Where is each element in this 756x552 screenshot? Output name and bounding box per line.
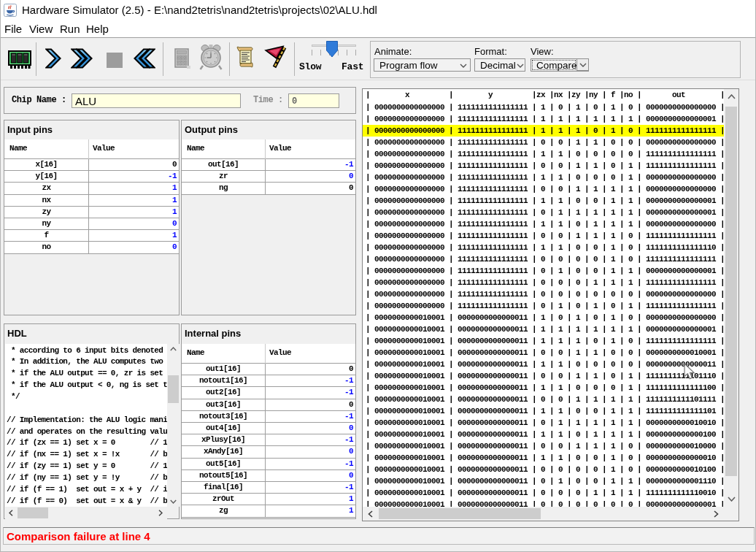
pin-row[interactable]: nx1 bbox=[4, 195, 179, 207]
compare-row[interactable]: | 0000000000010001 | 0000000000000011 | … bbox=[363, 394, 724, 405]
pin-row[interactable]: final[16]-1 bbox=[182, 482, 355, 494]
compare-row[interactable]: | 0000000000010001 | 0000000000000011 | … bbox=[363, 323, 724, 335]
scroll-up-icon[interactable] bbox=[728, 94, 736, 99]
compare-row[interactable]: | 0000000000000000 | 1111111111111111 | … bbox=[363, 230, 724, 242]
compare-row[interactable]: | 0000000000010001 | 0000000000000011 | … bbox=[363, 452, 724, 464]
pin-value[interactable]: 1 bbox=[266, 505, 355, 517]
compare-row[interactable]: | 0000000000010001 | 0000000000000011 | … bbox=[363, 370, 724, 382]
combo-arrow-button[interactable] bbox=[576, 58, 589, 71]
compare-row[interactable]: | 0000000000000000 | 1111111111111111 | … bbox=[363, 242, 724, 253]
compare-row[interactable]: | 0000000000010001 | 0000000000000011 | … bbox=[363, 382, 724, 394]
scrollbar-thumb[interactable] bbox=[18, 507, 48, 518]
compare-row[interactable]: | 0000000000000000 | 1111111111111111 | … bbox=[363, 277, 724, 288]
pin-value[interactable]: 1 bbox=[89, 230, 179, 242]
clock-button[interactable] bbox=[198, 43, 223, 74]
pin-row[interactable]: notout3[16]-1 bbox=[182, 411, 355, 423]
compare-row[interactable]: | 0000000000000000 | 1111111111111111 | … bbox=[363, 218, 724, 230]
scroll-right-icon[interactable] bbox=[158, 510, 163, 516]
compare-row[interactable]: | 0000000000010001 | 0000000000000011 | … bbox=[363, 347, 724, 359]
pin-value[interactable]: -1 bbox=[266, 482, 355, 494]
scroll-down-icon[interactable] bbox=[170, 499, 177, 504]
stop-button[interactable] bbox=[107, 53, 123, 71]
pin-value[interactable]: 1 bbox=[266, 494, 355, 505]
pin-row[interactable]: xAndy[16]0 bbox=[182, 446, 355, 458]
pin-value[interactable]: 1 bbox=[89, 183, 179, 194]
pin-row[interactable]: notout5[16]0 bbox=[182, 470, 355, 482]
view-select[interactable]: Compare bbox=[531, 58, 589, 72]
compare-row[interactable]: | 0000000000000000 | 1111111111111111 | … bbox=[363, 172, 724, 183]
compare-row[interactable]: | 0000000000000000 | 1111111111111111 | … bbox=[363, 195, 724, 207]
menu-item-file[interactable]: File bbox=[4, 23, 22, 35]
pin-value[interactable]: 1 bbox=[89, 207, 179, 218]
compare-row[interactable]: | 0000000000000000 | 1111111111111111 | … bbox=[363, 148, 724, 160]
pin-value[interactable]: -1 bbox=[266, 387, 355, 399]
compare-row[interactable]: | 0000000000000000 | 1111111111111111 | … bbox=[363, 265, 724, 277]
compare-row[interactable]: | 0000000000010001 | 0000000000000011 | … bbox=[363, 440, 724, 452]
pin-value[interactable]: 0 bbox=[266, 423, 355, 434]
animate-select[interactable]: Program flow bbox=[374, 58, 471, 72]
scroll-left-icon[interactable] bbox=[368, 510, 373, 518]
pin-row[interactable]: notout1[16]-1 bbox=[182, 375, 355, 387]
compare-row[interactable]: | 0000000000010001 | 0000000000000011 | … bbox=[363, 417, 724, 429]
time-input[interactable]: 0 bbox=[288, 93, 339, 108]
compare-row[interactable]: | 0000000000010001 | 0000000000000011 | … bbox=[363, 405, 724, 417]
pin-row[interactable]: zy1 bbox=[4, 207, 179, 218]
format-select[interactable]: Decimal bbox=[474, 58, 525, 72]
pin-value[interactable]: -1 bbox=[89, 171, 179, 183]
compare-row[interactable]: | 0000000000010001 | 0000000000000011 | … bbox=[363, 312, 724, 323]
chip-name-input[interactable]: ALU bbox=[72, 93, 241, 108]
compare-row[interactable]: | 0000000000000000 | 1111111111111111 | … bbox=[363, 113, 724, 125]
pin-row[interactable]: x[16]0 bbox=[4, 159, 179, 171]
compare-horizontal-scrollbar[interactable] bbox=[363, 507, 724, 521]
compare-row[interactable]: | 0000000000010001 | 0000000000000011 | … bbox=[363, 429, 724, 440]
menu-item-help[interactable]: Help bbox=[86, 23, 109, 35]
pin-row[interactable]: zx1 bbox=[4, 183, 179, 194]
compare-row[interactable]: | 0000000000000000 | 1111111111111111 | … bbox=[363, 160, 724, 172]
calculator-button[interactable] bbox=[172, 45, 191, 72]
scrollbar-thumb[interactable] bbox=[168, 375, 179, 403]
slider-thumb[interactable] bbox=[326, 41, 338, 58]
compare-row[interactable]: | 0000000000000000 | 1111111111111111 | … bbox=[363, 300, 724, 312]
compare-row[interactable]: | 0000000000010001 | 0000000000000011 | … bbox=[363, 464, 724, 475]
compare-row[interactable]: | 0000000000010001 | 0000000000000011 | … bbox=[363, 487, 724, 499]
compare-row[interactable]: | 0000000000000000 | 1111111111111111 | … bbox=[363, 253, 724, 265]
pin-value[interactable]: -1 bbox=[266, 411, 355, 423]
compare-row[interactable]: | 0000000000010001 | 0000000000000011 | … bbox=[363, 475, 724, 487]
scroll-up-icon[interactable] bbox=[170, 347, 177, 351]
pin-row[interactable]: f1 bbox=[4, 230, 179, 242]
reset-button[interactable] bbox=[134, 48, 155, 72]
pin-value[interactable]: -1 bbox=[266, 375, 355, 387]
pin-row[interactable]: xPlusy[16]-1 bbox=[182, 434, 355, 446]
compare-row[interactable]: | 0000000000010001 | 0000000000000011 | … bbox=[363, 359, 724, 370]
compare-row[interactable]: | 0000000000010001 | 0000000000000011 | … bbox=[363, 499, 724, 507]
scroll-down-icon[interactable] bbox=[728, 497, 736, 502]
pin-value[interactable]: 0 bbox=[89, 218, 179, 230]
pin-value[interactable]: 0 bbox=[266, 183, 355, 194]
pin-value[interactable]: 0 bbox=[266, 470, 355, 482]
pin-row[interactable]: no0 bbox=[4, 242, 179, 253]
pin-row[interactable]: out4[16]0 bbox=[182, 423, 355, 434]
pin-row[interactable]: zrOut1 bbox=[182, 494, 355, 505]
breakpoint-flag-button[interactable] bbox=[263, 45, 288, 72]
run-button[interactable] bbox=[71, 48, 93, 72]
pin-row[interactable]: out2[16]-1 bbox=[182, 387, 355, 399]
compare-vertical-scrollbar[interactable] bbox=[724, 89, 738, 507]
pin-row[interactable]: out3[16]0 bbox=[182, 399, 355, 411]
scrollbar-thumb[interactable] bbox=[725, 107, 737, 476]
pin-value[interactable]: -1 bbox=[266, 159, 355, 171]
hdl-vertical-scrollbar[interactable] bbox=[167, 344, 180, 507]
load-chip-button[interactable] bbox=[8, 50, 31, 72]
menu-item-view[interactable]: View bbox=[29, 23, 53, 35]
compare-row[interactable]: | 0000000000000000 | 1111111111111111 | … bbox=[363, 137, 724, 148]
pin-value[interactable]: 0 bbox=[89, 242, 179, 253]
single-step-button[interactable] bbox=[45, 48, 61, 72]
pin-value[interactable]: 0 bbox=[266, 446, 355, 458]
pin-row[interactable]: out[16]-1 bbox=[182, 159, 355, 171]
pin-value[interactable]: -1 bbox=[266, 434, 355, 446]
pin-value[interactable]: 0 bbox=[89, 159, 179, 171]
pin-value[interactable]: 1 bbox=[89, 195, 179, 207]
pin-row[interactable]: out5[16]-1 bbox=[182, 459, 355, 470]
pin-value[interactable]: 0 bbox=[266, 399, 355, 411]
pin-row[interactable]: ng0 bbox=[182, 183, 355, 194]
pin-row[interactable]: zr0 bbox=[182, 171, 355, 183]
